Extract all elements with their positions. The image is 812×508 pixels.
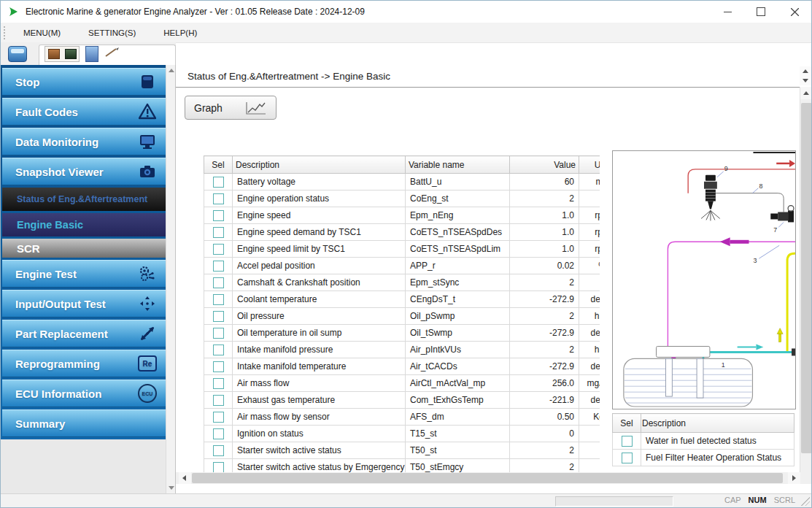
table-row[interactable]: Engine speed limit by TSC1 CoETS_nTSEASp… bbox=[204, 241, 600, 258]
cell-value: 0.02 bbox=[510, 258, 579, 274]
row-checkbox[interactable] bbox=[213, 328, 224, 339]
row-checkbox[interactable] bbox=[213, 294, 224, 305]
table-row[interactable]: Engine speed Epm_nEng 1.0 rpm bbox=[204, 207, 600, 224]
table-row[interactable]: Ignition on status T15_st 0 - bbox=[204, 426, 600, 442]
cell-value: 2 bbox=[510, 274, 579, 291]
menu-item-menu[interactable]: MENU(M) bbox=[15, 26, 69, 40]
cell-description: Battery voltage bbox=[233, 174, 406, 190]
row-checkbox[interactable] bbox=[213, 227, 224, 238]
table-row[interactable]: Intake manifold temperature Air_tCACDs -… bbox=[204, 358, 600, 375]
status-table-row[interactable]: Water in fuel detected status bbox=[613, 433, 794, 450]
cell-unit: mV bbox=[579, 174, 600, 190]
table-row[interactable]: Oil pressure Oil_pSwmp 2 hPa bbox=[204, 308, 600, 325]
scrollbar-thumb[interactable] bbox=[801, 103, 812, 453]
row-checkbox[interactable] bbox=[213, 412, 224, 423]
resize-grip[interactable] bbox=[801, 497, 810, 506]
cell-value: 60 bbox=[510, 174, 579, 190]
row-checkbox[interactable] bbox=[622, 453, 633, 463]
cell-unit: - bbox=[579, 426, 600, 442]
document-icon[interactable] bbox=[85, 46, 98, 62]
table-row[interactable]: Starter switch active status T50_st 2 - bbox=[204, 442, 600, 459]
menu-item-help[interactable]: HELP(H) bbox=[155, 26, 206, 40]
row-checkbox[interactable] bbox=[213, 261, 224, 272]
maximize-button[interactable] bbox=[744, 1, 778, 23]
scroll-left-button[interactable] bbox=[179, 472, 191, 484]
table-row[interactable]: Battery voltage BattU_u 60 mV bbox=[204, 174, 600, 190]
row-checkbox[interactable] bbox=[213, 445, 224, 456]
sidebar-item-part-replacement[interactable]: Part Replacement bbox=[2, 320, 166, 347]
row-checkbox[interactable] bbox=[213, 244, 224, 255]
cell-description: Coolant temperature bbox=[233, 291, 406, 308]
cell-value: 2 bbox=[510, 342, 579, 358]
vertical-scrollbar[interactable] bbox=[800, 87, 812, 484]
scroll-right-button[interactable] bbox=[788, 472, 800, 484]
table-row[interactable]: Intake manifold pressure Air_pIntkVUs 2 … bbox=[204, 342, 600, 358]
graph-button[interactable]: Graph bbox=[185, 96, 277, 120]
sidebar-item-summary[interactable]: Summary bbox=[2, 409, 166, 437]
sidebar-scrollbar[interactable] bbox=[166, 65, 175, 496]
spin-up-button[interactable] bbox=[800, 66, 811, 76]
cell-variable: Air_tCACDs bbox=[406, 358, 510, 375]
row-checkbox[interactable] bbox=[213, 462, 224, 473]
menu-bar: MENU(M) SETTING(S) HELP(H) bbox=[1, 23, 811, 43]
sidebar-item-ecu-information[interactable]: ECU Information ECU bbox=[2, 380, 166, 407]
sidebar-item-snapshot-viewer[interactable]: Snapshot Viewer bbox=[2, 158, 166, 185]
cell-unit: - bbox=[579, 190, 600, 207]
row-checkbox[interactable] bbox=[213, 277, 224, 288]
scroll-up-button[interactable] bbox=[800, 87, 812, 99]
scroll-lock-indicator: SCRL bbox=[774, 496, 795, 504]
table-row[interactable]: Air mass flow by sensor AFS_dm 0.50 Kg/h bbox=[204, 409, 600, 426]
status-table-row[interactable]: Fuel Filter Heater Operation Status bbox=[613, 450, 794, 466]
gallery-icon[interactable] bbox=[48, 49, 60, 59]
sidebar-item-scr[interactable]: SCR bbox=[2, 239, 166, 258]
sidebar-item-engine-test[interactable]: Engine Test bbox=[2, 260, 166, 288]
col-description: Description bbox=[641, 414, 794, 433]
menu-item-setting[interactable]: SETTING(S) bbox=[80, 26, 144, 40]
sidebar-item-engine-basic[interactable]: Engine Basic bbox=[2, 213, 166, 236]
sidebar-item-stop[interactable]: Stop bbox=[2, 68, 166, 96]
minimize-button[interactable] bbox=[711, 1, 744, 23]
row-checkbox[interactable] bbox=[213, 395, 224, 406]
sidebar-item-fault-codes[interactable]: Fault Codes bbox=[2, 98, 166, 126]
row-checkbox[interactable] bbox=[622, 436, 633, 447]
scroll-down-icon[interactable] bbox=[169, 486, 174, 490]
cell-unit: deg C bbox=[579, 358, 600, 375]
row-checkbox[interactable] bbox=[213, 193, 224, 204]
row-checkbox[interactable] bbox=[213, 177, 224, 188]
table-row[interactable]: Accel pedal position APP_r 0.02 % bbox=[204, 258, 600, 274]
row-checkbox[interactable] bbox=[213, 428, 224, 439]
window-title: Electronic Marine & generator Engine Ana… bbox=[26, 7, 365, 17]
diagram-label-7: 7 bbox=[773, 226, 777, 234]
report-icon[interactable] bbox=[65, 49, 77, 59]
pen-icon[interactable] bbox=[104, 46, 122, 59]
table-row[interactable]: Camshaft & Crankshaft position Epm_stSyn… bbox=[204, 274, 600, 291]
table-row[interactable]: Oil temperature in oil sump Oil_tSwmp -2… bbox=[204, 325, 600, 342]
cell-description: Air mass flow by sensor bbox=[233, 409, 406, 426]
row-checkbox[interactable] bbox=[213, 311, 224, 322]
spin-down-button[interactable] bbox=[800, 76, 811, 85]
scrollbar-thumb[interactable] bbox=[192, 473, 783, 483]
sidebar-item-data-monitoring[interactable]: Data Monitoring bbox=[2, 128, 166, 155]
row-checkbox[interactable] bbox=[213, 361, 224, 372]
table-header-row: Sel Description Variable name Value Unit bbox=[204, 156, 600, 174]
sidebar-item-reprogramming[interactable]: Reprogramming Re bbox=[2, 350, 166, 377]
cell-value: 1.0 bbox=[510, 224, 579, 241]
horizontal-scrollbar[interactable] bbox=[176, 472, 800, 484]
sidebar-item-io-test[interactable]: Input/Output Test bbox=[2, 290, 166, 318]
close-button[interactable] bbox=[778, 1, 811, 23]
table-row[interactable]: Air mass flow AirCtl_mActVal_mp 256.0 mg… bbox=[204, 375, 600, 392]
row-checkbox[interactable] bbox=[213, 345, 224, 355]
cell-variable: Epm_stSync bbox=[406, 274, 510, 291]
table-row[interactable]: Engine operation status CoEng_st 2 - bbox=[204, 190, 600, 207]
table-row[interactable]: Exhaust gas temperature Com_tExhGsTemp -… bbox=[204, 392, 600, 409]
sidebar-item-status-aftertreatment[interactable]: Status of Eng.&Aftertreatment bbox=[2, 188, 166, 211]
row-checkbox[interactable] bbox=[213, 378, 224, 389]
cell-variable: CoETS_nTSEASpdLim bbox=[406, 241, 510, 258]
row-checkbox[interactable] bbox=[213, 210, 224, 221]
scroll-up-icon[interactable] bbox=[169, 69, 174, 72]
yellow-up-arrow bbox=[777, 328, 783, 342]
table-row[interactable]: Engine speed demand by TSC1 CoETS_nTSEAS… bbox=[204, 224, 600, 241]
connect-device-icon[interactable] bbox=[8, 46, 27, 62]
cell-unit: deg C bbox=[579, 325, 600, 342]
table-row[interactable]: Coolant temperature CEngDsT_t -272.9 deg… bbox=[204, 291, 600, 308]
